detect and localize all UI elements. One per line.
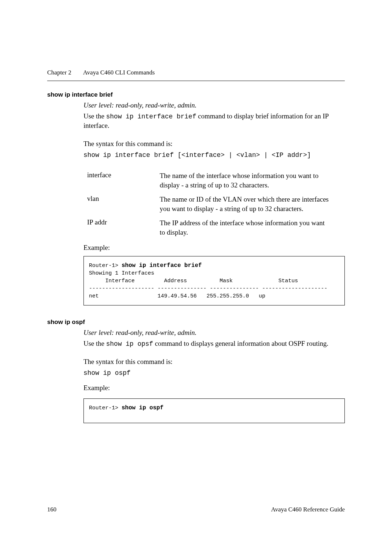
syntax-command: show ip ospf bbox=[83, 369, 345, 377]
param-desc: The IP address of the interface whose in… bbox=[160, 218, 345, 237]
example-code-box: Router-1> show ip ospf bbox=[83, 398, 345, 423]
chapter-label: Chapter 2 bbox=[47, 69, 72, 76]
page-footer: 160 Avaya C460 Reference Guide bbox=[47, 506, 345, 513]
example-prompt: Router-1> bbox=[89, 405, 122, 411]
example-label: Example: bbox=[83, 383, 345, 393]
example-output: Showing 1 Interfaces Interface Address M… bbox=[89, 270, 327, 299]
intro-prefix: Use the bbox=[83, 112, 106, 120]
header-title: Avaya C460 CLI Commands bbox=[83, 69, 155, 76]
intro-cmd: show ip interface brief bbox=[106, 113, 196, 120]
example-cmd: show ip ospf bbox=[122, 405, 163, 411]
intro-suffix: command to displays general information … bbox=[153, 340, 328, 347]
param-name: vlan bbox=[87, 195, 160, 213]
doc-title: Avaya C460 Reference Guide bbox=[271, 506, 345, 513]
section1-content: User level: read-only, read-write, admin… bbox=[83, 101, 345, 305]
user-level-text: User level: read-only, read-write, admin… bbox=[83, 101, 345, 109]
example-code-box: Router-1> show ip interface brief Showin… bbox=[83, 256, 345, 305]
param-row: IP addr The IP address of the interface … bbox=[83, 218, 345, 237]
example-prompt: Router-1> bbox=[89, 263, 122, 269]
param-row: vlan The name or ID of the VLAN over whi… bbox=[83, 195, 345, 213]
parameter-table: interface The name of the interface whos… bbox=[83, 171, 345, 237]
section-heading-show-ip-ospf: show ip ospf bbox=[47, 319, 345, 326]
page-header: Chapter 2 Avaya C460 CLI Commands bbox=[47, 69, 345, 81]
intro-cmd: show ip opsf bbox=[106, 340, 153, 348]
section-heading-show-ip-interface-brief: show ip interface brief bbox=[47, 91, 345, 98]
intro-prefix: Use the bbox=[83, 340, 106, 347]
param-desc: The name or ID of the VLAN over which th… bbox=[160, 195, 345, 213]
example-cmd: show ip interface brief bbox=[122, 262, 202, 269]
intro-text: Use the show ip interface brief command … bbox=[83, 112, 345, 130]
example-label: Example: bbox=[83, 244, 345, 252]
section2-content: User level: read-only, read-write, admin… bbox=[83, 329, 345, 423]
param-desc: The name of the interface whose informat… bbox=[160, 171, 345, 190]
syntax-label: The syntax for this command is: bbox=[83, 357, 345, 366]
user-level-text: User level: read-only, read-write, admin… bbox=[83, 329, 345, 337]
intro-text: Use the show ip opsf command to displays… bbox=[83, 339, 345, 348]
param-name: interface bbox=[87, 171, 160, 190]
param-name: IP addr bbox=[87, 218, 160, 237]
page-number: 160 bbox=[47, 506, 57, 513]
param-row: interface The name of the interface whos… bbox=[83, 171, 345, 190]
syntax-label: The syntax for this command is: bbox=[83, 139, 345, 149]
syntax-command: show ip interface brief [<interface> | <… bbox=[83, 151, 345, 159]
